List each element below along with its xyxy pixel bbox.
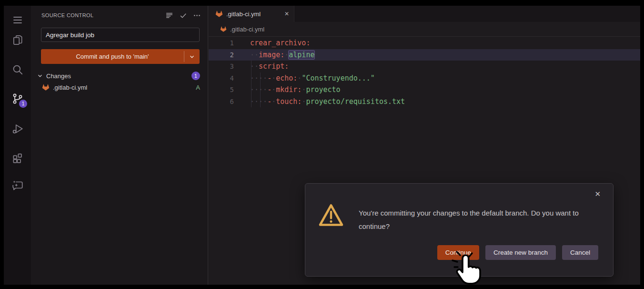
file-name: .gitlab-ci.yml xyxy=(53,84,192,91)
code-lines: 1crear_archivo:2··image:·alpine3··script… xyxy=(209,37,640,107)
dialog-button-create-new-branch[interactable]: Create new branch xyxy=(485,245,556,260)
commit-options-chevron[interactable] xyxy=(184,49,200,64)
code-line-2[interactable]: 2··image:·alpine xyxy=(209,49,640,61)
changes-file-list: .gitlab-ci.ymlA xyxy=(31,82,208,93)
dialog-message-line1: You're committing your changes to the de… xyxy=(359,206,603,220)
line-number: 6 xyxy=(209,98,234,105)
dialog-button-continue[interactable]: Continue xyxy=(437,245,479,260)
changes-label: Changes xyxy=(46,72,71,80)
dialog-button-cancel[interactable]: Cancel xyxy=(562,245,598,260)
line-number: 1 xyxy=(209,39,234,47)
line-number: 5 xyxy=(209,86,234,93)
code-line-3[interactable]: 3··script: xyxy=(209,61,640,72)
menu-icon[interactable] xyxy=(11,14,24,26)
changes-section-header[interactable]: Changes 1 xyxy=(31,70,208,82)
breadcrumb-label: .gitlab-ci.yml xyxy=(230,26,264,33)
activity-bar: 1 xyxy=(4,6,31,285)
panel-title: SOURCE CONTROL xyxy=(41,12,165,18)
source-control-icon[interactable]: 1 xyxy=(11,93,24,105)
default-branch-dialog: ✕ You're committing your changes to the … xyxy=(305,183,614,277)
scm-badge: 1 xyxy=(19,100,27,108)
changed-file-row[interactable]: .gitlab-ci.ymlA xyxy=(31,82,208,93)
run-debug-icon[interactable] xyxy=(11,123,24,135)
line-number: 2 xyxy=(209,51,234,59)
gitlab-icon xyxy=(215,10,223,18)
code-line-1[interactable]: 1crear_archivo: xyxy=(209,37,640,49)
dialog-buttons: ContinueCreate new branchCancel xyxy=(437,245,598,260)
code-line-6[interactable]: 6····-·touch:·proyecto/requisitos.txt xyxy=(209,96,640,108)
view-as-tree-icon[interactable] xyxy=(165,11,173,20)
changes-count-badge: 1 xyxy=(191,72,200,80)
dialog-message: You're committing your changes to the de… xyxy=(359,206,603,233)
gitlab-icon xyxy=(42,83,50,91)
line-number: 4 xyxy=(209,74,234,82)
commit-button-label[interactable]: Commit and push to 'main' xyxy=(41,49,184,64)
code-line-4[interactable]: 4····-·echo:·"Construyendo..." xyxy=(209,72,640,84)
explorer-icon[interactable] xyxy=(11,34,24,46)
dialog-message-line2: continue? xyxy=(359,220,603,233)
tab-close-icon[interactable]: ✕ xyxy=(284,11,289,17)
commit-checkmark-icon[interactable] xyxy=(179,11,187,20)
commit-and-push-button[interactable]: Commit and push to 'main' xyxy=(41,49,200,64)
panel-header: SOURCE CONTROL xyxy=(31,10,208,21)
tab-bar: .gitlab-ci.yml ✕ xyxy=(209,6,640,22)
chevron-down-icon xyxy=(37,72,43,79)
tab-gitlab-ci-yml[interactable]: .gitlab-ci.yml ✕ xyxy=(209,6,294,22)
search-icon[interactable] xyxy=(11,63,24,76)
file-status-badge: A xyxy=(196,84,200,91)
warning-icon xyxy=(318,203,344,227)
panel-toolbar xyxy=(165,11,201,20)
source-control-panel: SOURCE CONTROL Commit and push to 'main' xyxy=(31,6,208,285)
tab-label: .gitlab-ci.yml xyxy=(226,10,281,18)
dialog-close-icon[interactable]: ✕ xyxy=(592,189,604,199)
line-number: 3 xyxy=(209,62,234,70)
breadcrumb[interactable]: .gitlab-ci.yml xyxy=(209,22,640,37)
commit-message-input[interactable] xyxy=(41,28,200,42)
vscode-window: 1 SOURCE CON xyxy=(4,6,640,285)
gitlab-icon xyxy=(220,26,227,32)
more-actions-icon[interactable] xyxy=(193,11,201,20)
code-line-5[interactable]: 5····-·mkdir:·proyecto xyxy=(209,84,640,96)
chat-icon[interactable] xyxy=(11,179,24,191)
extensions-icon[interactable] xyxy=(11,152,24,165)
